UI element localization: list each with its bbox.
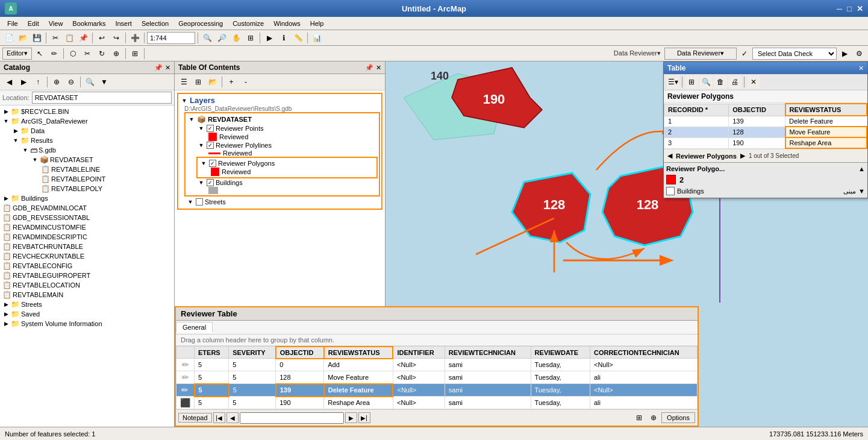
catalog-close-btn[interactable]: ✕	[165, 64, 170, 72]
expand-icon[interactable]: ▼	[22, 146, 29, 154]
toc-streets[interactable]: ▼ Streets	[186, 198, 379, 206]
tree-item-sgdb[interactable]: ▼ 🗃 S.gdb	[0, 145, 174, 155]
cut-btn[interactable]: ✂	[49, 31, 62, 45]
save-btn[interactable]: 💾	[30, 31, 43, 45]
tree-item-gdb1[interactable]: 📋 GDB_REVADMINLOCAT	[0, 203, 174, 213]
tree-item-rev2[interactable]: 📋 REVADMINDESCRIPTIC	[0, 232, 174, 242]
ft-row-1[interactable]: 1 139 Delete Feature	[664, 116, 867, 127]
expand-icon[interactable]: ▼	[198, 179, 205, 186]
buildings-checkbox[interactable]: ✓	[207, 179, 214, 186]
rt-row-2[interactable]: ✏ 5 5 128 Move Feature <Null> sami Tuesd…	[176, 371, 698, 384]
expand-icon[interactable]: ▼	[2, 118, 10, 125]
menu-edit[interactable]: Edit	[23, 19, 44, 28]
tree-item-arcgis[interactable]: ▼ 📁 ArcGIS_DataReviewer	[0, 116, 174, 126]
ft-nav-prev-btn[interactable]: ◀	[667, 152, 672, 160]
rt-col-severity[interactable]: SEVERITY	[229, 347, 276, 359]
expand-icon[interactable]: ▶	[2, 320, 10, 327]
menu-windows[interactable]: Windows	[269, 19, 305, 28]
menu-bookmarks[interactable]: Bookmarks	[67, 19, 110, 28]
select-features-btn[interactable]: ▶	[263, 31, 276, 45]
tree-item-gdb2[interactable]: 📋 GDB_REVSESSIONTABL	[0, 213, 174, 222]
tree-item-streets[interactable]: ▶ 📁 Streets	[0, 300, 174, 309]
menu-help[interactable]: Help	[305, 19, 329, 28]
menu-view[interactable]: View	[44, 19, 68, 28]
new-btn[interactable]: 📄	[2, 31, 16, 45]
toc-pin-btn[interactable]: 📌	[365, 64, 373, 72]
cat-back-btn[interactable]: ◀	[2, 75, 16, 89]
tree-item-revloc[interactable]: 📋 REVTABLELOCATION	[0, 280, 174, 290]
rt-first-btn[interactable]: |◀	[213, 412, 225, 423]
rt-options-btn[interactable]: Options	[661, 412, 695, 423]
ft-nav-next-btn[interactable]: ▶	[740, 152, 745, 160]
rp-scroll-btn[interactable]: ▼	[858, 187, 865, 195]
ft-row-2[interactable]: 2 128 Move Feature	[664, 127, 867, 137]
ft-close-btn[interactable]: ✕	[858, 64, 864, 72]
pan-btn[interactable]: ✋	[229, 31, 243, 45]
minimize-btn[interactable]: ─	[837, 4, 842, 13]
streets-checkbox[interactable]	[196, 198, 203, 206]
cat-forward-btn[interactable]: ▶	[17, 75, 30, 89]
cat-search-btn[interactable]: 🔍	[83, 75, 96, 89]
expand-icon[interactable]: ▼	[187, 198, 194, 206]
tree-item-rev1[interactable]: 📋 REVADMINCUSTOMFIE	[0, 222, 174, 232]
toc-reviewer-polylines[interactable]: ▼ ✓ Reviewer Polylines	[196, 141, 378, 149]
expand-icon[interactable]: ▼	[188, 116, 195, 123]
ft-row-3[interactable]: 3 190 Reshape Area	[664, 137, 867, 148]
select-data-check-dropdown[interactable]: Select Data Check	[752, 48, 837, 60]
tree-item-saved[interactable]: ▶ 📁 Saved	[0, 309, 174, 319]
rt-prev-btn[interactable]: ◀	[226, 412, 239, 423]
undo-btn[interactable]: ↩	[95, 31, 108, 45]
reviewer-points-checkbox[interactable]: ✓	[207, 125, 214, 132]
edit-tool-btn[interactable]: ✏	[48, 47, 61, 60]
dr-check-btn[interactable]: ✓	[738, 47, 751, 60]
paste-btn[interactable]: 📌	[76, 31, 90, 45]
rotate-btn[interactable]: ↻	[95, 47, 108, 60]
maximize-btn[interactable]: □	[847, 4, 852, 13]
tree-item-revtablepoint[interactable]: 📋 REVTABLEPOINT	[0, 174, 174, 184]
toc-desc-view-btn[interactable]: ⊞	[192, 75, 205, 89]
tree-item-revmain[interactable]: 📋 REVTABLEMAIN	[0, 290, 174, 300]
expand-icon[interactable]: ▼	[181, 97, 188, 104]
menu-customize[interactable]: Customize	[228, 19, 269, 28]
rt-col-objectid[interactable]: OBJECTID	[276, 347, 324, 359]
rt-col-reviewstatus[interactable]: REVIEWSTATUS	[324, 347, 393, 359]
cat-up-btn[interactable]: ↑	[31, 75, 45, 89]
expand-icon[interactable]: ▶	[12, 127, 19, 134]
expand-icon[interactable]: ▶	[2, 301, 10, 308]
toc-list-view-btn[interactable]: ☰	[177, 75, 190, 89]
split-btn[interactable]: ✂	[81, 47, 94, 60]
table-btn[interactable]: 📊	[310, 31, 323, 45]
rt-tab-general[interactable]: General	[176, 322, 213, 333]
cat-connect-btn[interactable]: ⊕	[50, 75, 63, 89]
toc-expand-btn[interactable]: +	[225, 75, 238, 89]
cat-options-btn[interactable]: ▼	[98, 75, 111, 89]
location-input[interactable]	[32, 92, 172, 104]
topology-btn[interactable]: ⊞	[128, 47, 142, 60]
rt-last-btn[interactable]: ▶|	[358, 412, 370, 423]
rt-zoom-selected-btn[interactable]: ⊞	[632, 411, 646, 424]
ft-close-table-btn[interactable]: ✕	[747, 75, 760, 89]
toc-source-view-btn[interactable]: 📂	[206, 75, 219, 89]
expand-icon[interactable]: ▶	[2, 195, 10, 202]
menu-selection[interactable]: Selection	[137, 19, 173, 28]
cat-disconnect-btn[interactable]: ⊖	[64, 75, 78, 89]
reshape-btn[interactable]: ⬡	[66, 47, 80, 60]
rt-col-icon[interactable]	[176, 347, 195, 359]
add-data-btn[interactable]: ➕	[128, 31, 142, 45]
scale-input[interactable]	[147, 32, 195, 44]
tree-item-revgui[interactable]: 📋 REVTABLEGUIPROPERT	[0, 271, 174, 280]
rt-col-identifier[interactable]: IDENTIFIER	[393, 347, 445, 359]
toc-reviewer-polygons[interactable]: ▼ ✓ Reviewer Polygons	[199, 159, 375, 168]
dr-menu-btn[interactable]: Data Reviewer▾	[664, 48, 737, 60]
rt-row-3[interactable]: ✏ 5 5 139 Delete Feature <Null> sami Tue…	[176, 384, 698, 397]
editor-btn[interactable]: Editor▾	[2, 48, 32, 60]
toc-buildings[interactable]: ▼ ✓ Buildings	[196, 178, 378, 187]
rt-filter-btn[interactable]: ⊕	[647, 411, 660, 424]
catalog-pin-btn[interactable]: 📌	[154, 64, 163, 72]
expand-icon[interactable]: ▼	[200, 160, 207, 167]
dr-run-btn[interactable]: ▶	[838, 47, 851, 60]
expand-icon[interactable]: ▶	[2, 310, 10, 318]
reviewer-table-header[interactable]: Reviewer Table	[176, 307, 698, 321]
expand-icon[interactable]: ▼	[12, 137, 19, 144]
tree-item-sysvolinfo[interactable]: ▶ 📁 System Volume Information	[0, 319, 174, 328]
